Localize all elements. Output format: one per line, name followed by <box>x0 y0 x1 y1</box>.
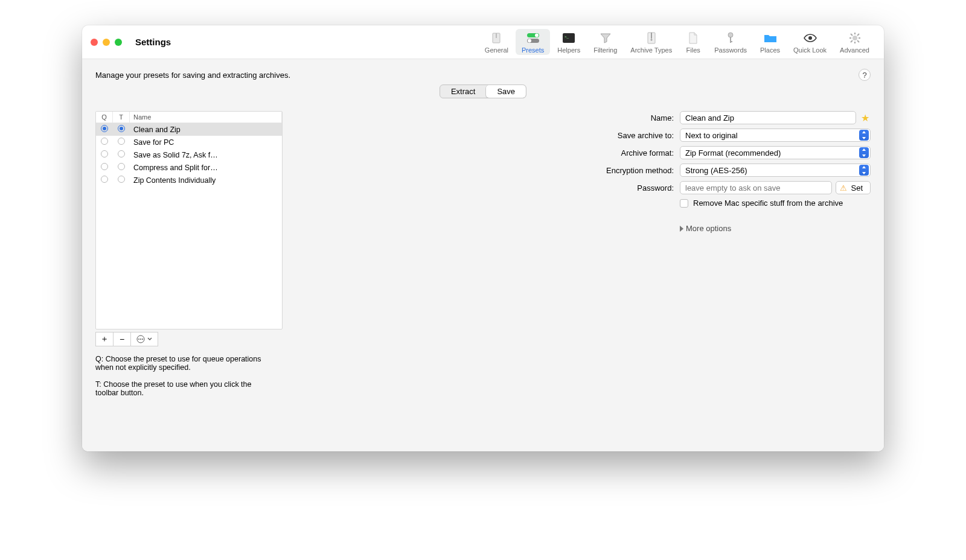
settings-window: Settings General Presets <box>82 25 884 451</box>
preset-row[interactable]: Zip Contents Individually <box>96 174 282 186</box>
remove-preset-button[interactable]: − <box>113 332 131 346</box>
gear-icon <box>847 31 863 45</box>
format-label: Archive format: <box>599 148 674 158</box>
preset-name: Zip Contents Individually <box>130 176 282 185</box>
hint-q: Q: Choose the preset to use for queue op… <box>95 355 273 372</box>
preset-name: Save for PC <box>130 138 282 147</box>
disclosure-triangle-icon <box>680 226 683 232</box>
help-button[interactable]: ? <box>859 69 871 81</box>
encryption-label: Encryption method: <box>599 166 674 175</box>
toolbar-tab-passwords[interactable]: Passwords <box>708 29 753 55</box>
svg-text:>_: >_ <box>565 35 569 39</box>
preset-row[interactable]: Compress and Split for… <box>96 161 282 174</box>
toolbar-tab-general[interactable]: General <box>479 29 514 55</box>
zoom-window-button[interactable] <box>115 39 122 46</box>
preset-form-panel: Name: ★ Save archive to: Next to origina… <box>295 111 871 397</box>
document-icon <box>685 31 701 45</box>
minimize-window-button[interactable] <box>103 39 110 46</box>
favorite-star-icon[interactable]: ★ <box>860 112 871 123</box>
svg-point-3 <box>535 34 539 37</box>
password-label: Password: <box>599 183 674 192</box>
preset-name: Clean and Zip <box>130 126 282 134</box>
svg-point-15 <box>852 36 857 40</box>
preset-row[interactable]: Save for PC <box>96 136 282 148</box>
svg-point-10 <box>650 39 652 41</box>
toolbar-tab-helpers[interactable]: >_ Helpers <box>551 29 586 55</box>
folder-icon <box>763 31 778 45</box>
segmented-extract[interactable]: Extract <box>440 85 486 98</box>
svg-point-11 <box>728 33 733 37</box>
preset-row[interactable]: Save as Solid 7z, Ask f… <box>96 148 282 161</box>
svg-rect-9 <box>651 33 652 39</box>
svg-point-25 <box>138 339 139 340</box>
toolbar-tab-presets[interactable]: Presets <box>516 29 550 55</box>
preset-q-radio[interactable] <box>101 150 108 158</box>
name-label: Name: <box>599 113 674 122</box>
popup-stepper-icon <box>859 165 869 176</box>
toolbar-tab-advanced[interactable]: Advanced <box>834 29 875 55</box>
toolbar-tab-archive-types[interactable]: Archive Types <box>624 29 678 55</box>
preset-t-radio[interactable] <box>118 138 125 145</box>
toolbar-tab-places[interactable]: Places <box>754 29 786 55</box>
remove-mac-checkbox[interactable] <box>680 199 688 208</box>
content-area: Manage your presets for saving and extra… <box>82 59 884 451</box>
column-header-q[interactable]: Q <box>96 112 113 122</box>
preset-actions-menu-button[interactable] <box>130 332 158 346</box>
titlebar: Settings General Presets <box>82 25 884 59</box>
eye-icon <box>802 31 818 45</box>
preset-name: Compress and Split for… <box>130 164 282 172</box>
svg-line-21 <box>857 40 859 42</box>
remove-mac-label: Remove Mac specific stuff from the archi… <box>693 199 843 208</box>
svg-point-26 <box>140 339 141 340</box>
preferences-toolbar: General Presets >_ Helpers <box>479 29 875 55</box>
extract-save-segmented: Extract Save <box>440 84 526 98</box>
chevron-down-icon <box>147 337 152 341</box>
svg-rect-1 <box>496 33 497 38</box>
set-password-button[interactable]: ⚠︎ Set <box>836 181 871 194</box>
preset-q-radio[interactable] <box>101 163 108 170</box>
svg-point-14 <box>808 36 812 40</box>
column-header-name[interactable]: Name <box>130 112 282 122</box>
encryption-popup[interactable]: Strong (AES-256) <box>680 164 871 177</box>
presets-table: Q T Name Clean and ZipSave for PCSave as… <box>95 111 283 329</box>
svg-point-27 <box>142 339 143 340</box>
svg-point-5 <box>528 39 531 43</box>
close-window-button[interactable] <box>91 39 98 46</box>
format-popup[interactable]: Zip Format (recommended) <box>680 146 871 159</box>
toolbar-tab-filtering[interactable]: Filtering <box>587 29 623 55</box>
preset-q-radio[interactable] <box>101 125 108 132</box>
save-to-popup[interactable]: Next to original <box>680 129 871 142</box>
add-preset-button[interactable]: ＋ <box>95 332 114 346</box>
svg-line-20 <box>851 34 852 36</box>
popup-stepper-icon <box>859 147 869 158</box>
column-header-t[interactable]: T <box>113 112 130 122</box>
presets-panel: Q T Name Clean and ZipSave for PCSave as… <box>95 111 283 397</box>
terminal-icon: >_ <box>561 31 577 45</box>
archive-icon <box>488 31 504 45</box>
window-controls <box>91 39 122 46</box>
toolbar-tab-quicklook[interactable]: Quick Look <box>787 29 833 55</box>
svg-rect-13 <box>730 41 732 42</box>
svg-line-22 <box>851 40 852 42</box>
save-to-label: Save archive to: <box>599 131 674 140</box>
window-title: Settings <box>135 37 171 47</box>
preset-t-radio[interactable] <box>118 163 125 170</box>
preset-row[interactable]: Clean and Zip <box>96 123 282 136</box>
presets-table-body: Clean and ZipSave for PCSave as Solid 7z… <box>96 123 282 329</box>
zipper-icon <box>644 31 659 45</box>
toggles-icon <box>525 31 541 45</box>
toolbar-tab-files[interactable]: Files <box>679 29 707 55</box>
warning-icon: ⚠︎ <box>840 183 847 192</box>
key-icon <box>723 31 738 45</box>
preset-q-radio[interactable] <box>101 176 108 183</box>
name-field[interactable] <box>680 111 856 124</box>
more-options-disclosure[interactable]: More options <box>680 224 731 233</box>
preset-t-radio[interactable] <box>118 176 125 183</box>
segmented-save[interactable]: Save <box>486 85 526 98</box>
preset-t-radio[interactable] <box>118 150 125 158</box>
preset-q-radio[interactable] <box>101 138 108 145</box>
hint-t: T: Choose the preset to use when you cli… <box>95 380 273 397</box>
preset-t-radio[interactable] <box>118 125 125 132</box>
preset-name: Save as Solid 7z, Ask f… <box>130 151 282 159</box>
password-field[interactable] <box>680 181 832 194</box>
